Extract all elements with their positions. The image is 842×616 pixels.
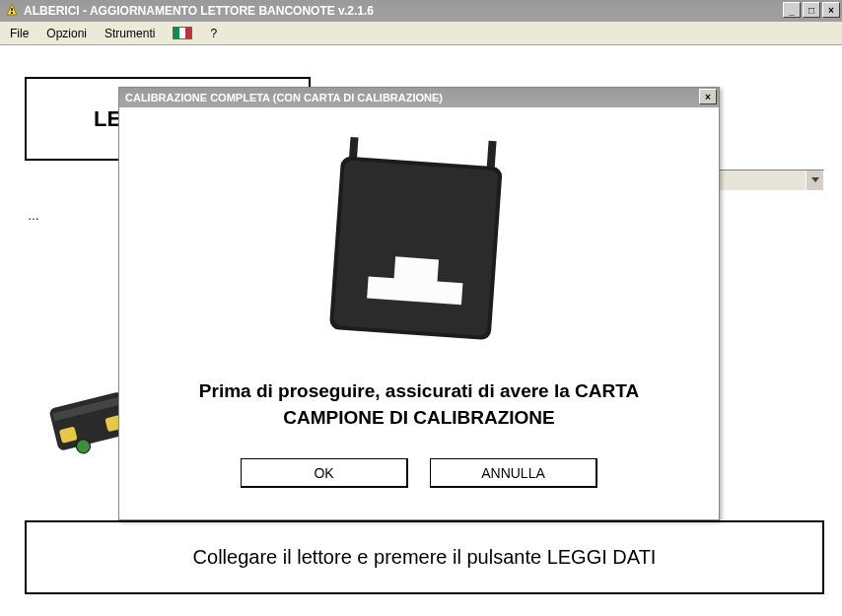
chevron-down-icon (811, 177, 819, 183)
dialog-message-line1: Prima di proseguire, assicurati di avere… (199, 380, 639, 401)
dialog-title: CALIBRAZIONE COMPLETA (CON CARTA DI CALI… (125, 92, 443, 103)
calibration-dialog: CALIBRAZIONE COMPLETA (CON CARTA DI CALI… (118, 87, 720, 520)
minimize-button[interactable]: _ (783, 2, 801, 18)
cancel-button[interactable]: ANNULLA (430, 458, 597, 488)
ok-button[interactable]: OK (241, 458, 408, 488)
reader-type-label: LE (94, 106, 121, 132)
dialog-buttons: OK ANNULLA (129, 458, 709, 488)
dialog-message-line2: CAMPIONE DI CALIBRAZIONE (283, 407, 555, 428)
dialog-titlebar: CALIBRAZIONE COMPLETA (CON CARTA DI CALI… (119, 88, 719, 107)
dialog-close-button[interactable]: × (699, 89, 717, 104)
status-box: Collegare il lettore e premere il pulsan… (25, 520, 824, 594)
dialog-body: Prima di proseguire, assicurati di avere… (119, 107, 719, 498)
port-dropdown[interactable] (716, 170, 824, 191)
window-controls: _ □ × (783, 2, 840, 18)
app-icon (4, 3, 20, 19)
status-ellipsis: … (28, 209, 39, 223)
menu-opzioni[interactable]: Opzioni (46, 27, 87, 40)
menu-help[interactable]: ? (210, 27, 217, 40)
maximize-button[interactable]: □ (803, 2, 820, 18)
svg-rect-1 (11, 8, 12, 11)
window-titlebar: ALBERICI - AGGIORNAMENTO LETTORE BANCONO… (0, 0, 842, 22)
menubar: File Opzioni Strumenti ? (0, 22, 842, 45)
close-icon: × (705, 92, 711, 103)
svg-point-0 (11, 12, 13, 14)
svg-rect-10 (333, 161, 498, 336)
menu-file[interactable]: File (10, 27, 29, 40)
menu-strumenti[interactable]: Strumenti (105, 27, 155, 40)
dropdown-arrow-button[interactable] (806, 171, 823, 190)
dialog-message: Prima di proseguire, assicurati di avere… (159, 378, 679, 431)
flag-italy-icon[interactable] (173, 27, 192, 39)
window-title: ALBERICI - AGGIORNAMENTO LETTORE BANCONO… (24, 4, 374, 18)
close-button[interactable]: × (822, 2, 840, 18)
calibration-card-image (316, 132, 523, 359)
status-text: Collegare il lettore e premere il pulsan… (193, 546, 657, 569)
